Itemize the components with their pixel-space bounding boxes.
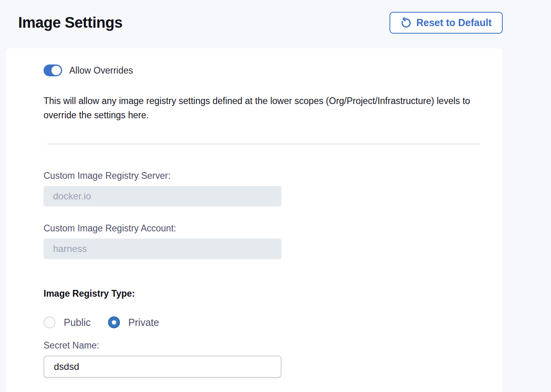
- reset-icon: [401, 17, 412, 28]
- registry-type-options: Public Private: [44, 316, 480, 328]
- radio-private-icon: [108, 316, 120, 328]
- overrides-description: This will allow any image registry setti…: [44, 94, 480, 122]
- page-title: Image Settings: [18, 14, 122, 31]
- reset-to-default-button[interactable]: Reset to Default: [390, 12, 503, 34]
- section-divider: [47, 144, 480, 144]
- toggle-knob: [51, 66, 61, 75]
- image-settings-card: Allow Overrides This will allow any imag…: [6, 48, 503, 392]
- registry-account-label: Custom Image Registry Account:: [44, 223, 480, 234]
- secret-name-input[interactable]: [44, 356, 281, 378]
- radio-public-icon: [44, 316, 55, 328]
- radio-private-label: Private: [128, 317, 159, 328]
- radio-option-private[interactable]: Private: [108, 316, 159, 328]
- reset-button-label: Reset to Default: [416, 17, 492, 28]
- registry-server-input[interactable]: [44, 186, 281, 206]
- page-header: Image Settings Reset to Default: [0, 0, 551, 34]
- allow-overrides-row: Allow Overrides: [44, 64, 480, 76]
- registry-account-input[interactable]: [44, 239, 281, 259]
- allow-overrides-toggle[interactable]: [44, 64, 62, 76]
- registry-server-label: Custom Image Registry Server:: [44, 170, 480, 181]
- secret-name-label: Secret Name:: [44, 340, 480, 351]
- allow-overrides-label: Allow Overrides: [69, 65, 133, 76]
- registry-type-label: Image Registry Type:: [44, 288, 480, 299]
- radio-public-label: Public: [64, 317, 91, 328]
- radio-option-public[interactable]: Public: [44, 316, 91, 328]
